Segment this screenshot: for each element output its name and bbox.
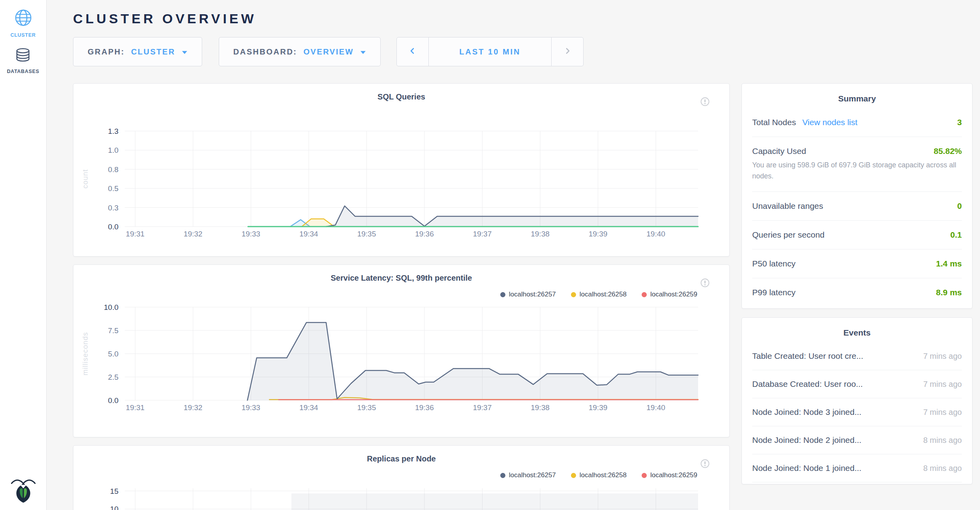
summary-row-value: 8.9 ms: [936, 288, 962, 297]
svg-text:0.3: 0.3: [108, 204, 118, 212]
svg-text:5.0: 5.0: [108, 350, 118, 358]
chart-card-service-latency: Service Latency: SQL, 99th percentile lo…: [73, 264, 730, 437]
events-body: Table Created: User root cre...7 mins ag…: [742, 338, 972, 484]
svg-text:10.0: 10.0: [104, 303, 118, 311]
legend-dot-icon: [642, 292, 647, 297]
svg-text:19:31: 19:31: [126, 230, 145, 238]
events-card: Events Table Created: User root cre...7 …: [742, 317, 972, 484]
svg-text:19:34: 19:34: [299, 403, 318, 412]
event-time: 8 mins ago: [923, 436, 962, 445]
svg-text:1.3: 1.3: [108, 127, 118, 135]
chart-title: Service Latency: SQL, 99th percentile: [73, 265, 729, 287]
chart-legend: localhost:26257localhost:26258localhost:…: [73, 287, 729, 302]
dashboard-dropdown-value: OVERVIEW: [304, 47, 354, 56]
dashboard-dropdown[interactable]: DASHBOARD: OVERVIEW: [219, 37, 381, 66]
summary-row-subtext: You are using 598.9 GiB of 697.9 GiB sto…: [752, 160, 962, 182]
info-icon[interactable]: [700, 97, 710, 108]
summary-row-label: P50 latency: [752, 259, 796, 268]
sidebar-item-label: DATABASES: [7, 69, 39, 74]
event-label: Node Joined: Node 3 joined...: [752, 407, 862, 417]
summary-row: Capacity Used85.82%You are using 598.9 G…: [752, 137, 962, 192]
controls-bar: GRAPH: CLUSTER DASHBOARD: OVERVIEW LAST …: [73, 37, 972, 66]
legend-dot-icon: [571, 473, 576, 478]
svg-text:19:37: 19:37: [473, 403, 492, 412]
svg-text:19:33: 19:33: [242, 403, 261, 412]
event-label: Table Created: User root cre...: [752, 351, 863, 361]
graph-dropdown[interactable]: GRAPH: CLUSTER: [73, 37, 202, 66]
database-icon: [15, 47, 31, 65]
svg-text:10: 10: [110, 505, 118, 510]
chevron-down-icon: [182, 47, 188, 56]
sidebar-item-databases[interactable]: DATABASES: [7, 47, 39, 74]
sidebar-item-label: CLUSTER: [11, 32, 36, 38]
legend-item[interactable]: localhost:26257: [500, 471, 556, 479]
legend-item[interactable]: localhost:26257: [500, 291, 556, 298]
svg-text:19:40: 19:40: [646, 230, 665, 238]
svg-text:19:39: 19:39: [589, 403, 608, 412]
svg-text:19:35: 19:35: [357, 230, 376, 238]
summary-row-value: 0.1: [950, 230, 962, 240]
summary-row-label: P99 latency: [752, 288, 796, 297]
svg-text:19:31: 19:31: [126, 403, 145, 412]
legend-item[interactable]: localhost:26259: [642, 471, 697, 479]
sidebar-item-cluster[interactable]: CLUSTER: [11, 9, 36, 38]
events-title: Events: [742, 318, 972, 338]
summary-row: P99 latency8.9 ms: [752, 278, 962, 307]
svg-text:7.5: 7.5: [108, 326, 118, 335]
globe-icon: [14, 9, 32, 28]
cockroachdb-logo[interactable]: [11, 477, 36, 504]
main-content: CLUSTER OVERVIEW GRAPH: CLUSTER DASHBOAR…: [47, 0, 980, 510]
event-row[interactable]: Database Created: User roo...7 mins ago: [752, 370, 962, 398]
sidebar: CLUSTER DATABASES: [0, 0, 47, 510]
svg-text:19:39: 19:39: [589, 230, 608, 238]
svg-text:19:33: 19:33: [242, 230, 261, 238]
info-icon[interactable]: [700, 278, 710, 289]
svg-text:19:40: 19:40: [646, 403, 665, 412]
svg-text:2.5: 2.5: [108, 373, 118, 381]
legend-dot-icon: [571, 292, 576, 297]
svg-text:0.8: 0.8: [108, 165, 118, 174]
event-time: 7 mins ago: [923, 352, 962, 361]
time-range-value[interactable]: LAST 10 MIN: [428, 38, 552, 66]
svg-text:19:32: 19:32: [184, 230, 203, 238]
time-range-next-button[interactable]: [552, 38, 583, 66]
legend-dot-icon: [500, 473, 505, 478]
event-row[interactable]: Node Joined: Node 3 joined...7 mins ago: [752, 398, 962, 426]
summary-row-value: 0: [957, 201, 962, 211]
svg-text:19:37: 19:37: [473, 230, 492, 238]
event-label: Database Created: User roo...: [752, 379, 863, 389]
summary-row-label: Capacity Used: [752, 146, 806, 156]
event-label: Node Joined: Node 2 joined...: [752, 435, 862, 445]
summary-row-label: Total Nodes: [752, 118, 796, 127]
legend-label: localhost:26259: [650, 471, 697, 479]
event-row[interactable]: Node Joined: Node 2 joined...8 mins ago: [752, 426, 962, 454]
chart-title: SQL Queries: [73, 84, 729, 106]
summary-card: Summary Total NodesView nodes list3Capac…: [742, 83, 972, 309]
legend-dot-icon: [642, 473, 647, 478]
legend-label: localhost:26258: [580, 291, 627, 298]
summary-row-label: Unavailable ranges: [752, 201, 823, 211]
legend-item[interactable]: localhost:26258: [571, 471, 627, 479]
chart-plot: 0.00.30.50.81.01.319:3119:3219:3319:3419…: [73, 106, 730, 248]
chevron-down-icon: [360, 47, 366, 56]
info-icon[interactable]: [700, 459, 710, 470]
legend-item[interactable]: localhost:26258: [571, 291, 627, 298]
svg-text:count: count: [81, 169, 89, 188]
event-time: 8 mins ago: [923, 464, 962, 473]
time-range-prev-button[interactable]: [397, 38, 428, 66]
summary-row: Total NodesView nodes list3: [752, 108, 962, 137]
graph-dropdown-label: GRAPH:: [88, 47, 125, 56]
svg-text:19:34: 19:34: [299, 230, 318, 238]
view-nodes-list-link[interactable]: View nodes list: [802, 118, 858, 127]
legend-item[interactable]: localhost:26259: [642, 291, 697, 298]
event-row[interactable]: Node Joined: Node 1 joined...8 mins ago: [752, 454, 962, 482]
summary-row-label: Queries per second: [752, 230, 824, 240]
legend-label: localhost:26258: [580, 471, 627, 479]
event-row[interactable]: Table Created: User root cre...7 mins ag…: [752, 342, 962, 370]
legend-label: localhost:26257: [509, 291, 556, 298]
svg-text:0.0: 0.0: [108, 223, 118, 231]
charts-column: SQL Queries 0.00.30.50.81.01.319:3119:32…: [73, 83, 730, 510]
chart-card-replicas-per-node: Replicas per Node localhost:26257localho…: [73, 445, 730, 510]
summary-row-value: 85.82%: [934, 146, 962, 156]
event-time: 7 mins ago: [923, 408, 962, 417]
